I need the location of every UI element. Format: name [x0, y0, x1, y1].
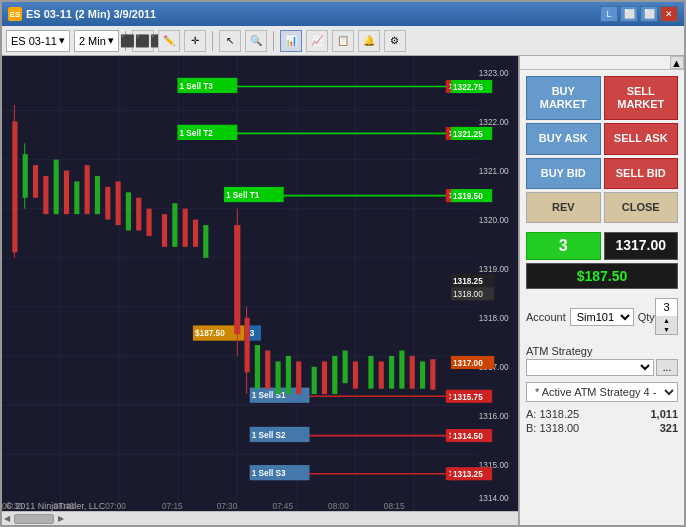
- svg-text:1320.00: 1320.00: [479, 215, 509, 225]
- sell-market-button[interactable]: SELLMARKET: [604, 76, 679, 120]
- timeframe-dropdown[interactable]: 2 Min ▾: [74, 30, 119, 52]
- svg-rect-118: [322, 361, 327, 394]
- svg-rect-122: [368, 356, 373, 389]
- indicator-button[interactable]: 📈: [306, 30, 328, 52]
- svg-text:1 Sell S3: 1 Sell S3: [252, 468, 286, 478]
- sell-bid-button[interactable]: SELL BID: [604, 158, 679, 189]
- svg-rect-94: [64, 171, 69, 215]
- svg-rect-119: [332, 356, 337, 394]
- maximize-button[interactable]: ⬜: [640, 6, 658, 22]
- timeframe-dropdown-arrow: ▾: [108, 34, 114, 47]
- chart-type-button[interactable]: 📊: [280, 30, 302, 52]
- restore-button[interactable]: ⬜: [620, 6, 638, 22]
- svg-text:1 Sell T2: 1 Sell T2: [180, 127, 214, 137]
- b-level-value: 321: [660, 422, 678, 434]
- account-row: Account Sim101 Qty 3 ▲ ▼: [526, 298, 678, 335]
- qty-down-button[interactable]: ▼: [656, 325, 677, 334]
- svg-text:1 Sell S1: 1 Sell S1: [252, 390, 286, 400]
- atm-strategy-settings-button[interactable]: ...: [656, 359, 678, 376]
- svg-text:07:30: 07:30: [217, 500, 238, 510]
- instrument-dropdown[interactable]: ES 03-11 ▾: [6, 30, 70, 52]
- template-button[interactable]: 📋: [332, 30, 354, 52]
- chart-area[interactable]: 1323.00 1322.00 1321.00 1320.00 1319.00 …: [2, 56, 519, 525]
- instrument-dropdown-arrow: ▾: [59, 34, 65, 47]
- svg-text:1 Sell T1: 1 Sell T1: [226, 190, 260, 200]
- close-position-button[interactable]: CLOSE: [604, 192, 679, 223]
- draw-tool-button[interactable]: ✏️: [158, 30, 180, 52]
- svg-rect-117: [312, 367, 317, 394]
- svg-rect-102: [146, 209, 151, 236]
- rev-button[interactable]: REV: [526, 192, 601, 223]
- position-display: 3 1317.00 $187.50: [526, 232, 678, 289]
- svg-rect-104: [172, 203, 177, 247]
- active-strategy-select[interactable]: * Active ATM Strategy 4 - 3 *: [526, 382, 678, 402]
- timeframe-label: 2 Min: [79, 35, 106, 47]
- atm-section: ATM Strategy ...: [520, 345, 684, 380]
- svg-text:1318.25: 1318.25: [453, 276, 483, 286]
- svg-text:1314.50: 1314.50: [453, 431, 483, 441]
- scroll-left-arrow[interactable]: ◀: [2, 514, 12, 523]
- crosshair-button[interactable]: ✛: [184, 30, 206, 52]
- window-title: ES 03-11 (2 Min) 3/9/2011: [26, 8, 156, 20]
- svg-rect-99: [116, 181, 121, 225]
- cursor-button[interactable]: ↖: [219, 30, 241, 52]
- minimize-button[interactable]: L: [600, 6, 618, 22]
- buy-bid-button[interactable]: BUY BID: [526, 158, 601, 189]
- svg-text:1319.50: 1319.50: [453, 191, 483, 201]
- scroll-thumb[interactable]: [14, 514, 54, 524]
- svg-rect-106: [193, 220, 198, 247]
- close-window-button[interactable]: ✕: [660, 6, 678, 22]
- svg-text:1322.75: 1322.75: [453, 82, 483, 92]
- a-level-label: A: 1318.25: [526, 408, 579, 420]
- qty-up-button[interactable]: ▲: [656, 316, 677, 325]
- panel-scrollbar[interactable]: ▲: [520, 56, 684, 70]
- svg-text:1 Sell S2: 1 Sell S2: [252, 430, 286, 440]
- b-level-label: B: 1318.00: [526, 422, 579, 434]
- svg-text:07:00: 07:00: [105, 500, 126, 510]
- svg-text:1314.00: 1314.00: [479, 493, 509, 503]
- svg-rect-120: [343, 350, 348, 383]
- chart-svg: 1323.00 1322.00 1321.00 1320.00 1319.00 …: [2, 56, 518, 525]
- a-level-row: A: 1318.25 1,011: [526, 408, 678, 420]
- svg-text:$187.50: $187.50: [195, 328, 225, 338]
- buy-market-button[interactable]: BUYMARKET: [526, 76, 601, 120]
- svg-rect-116: [296, 361, 301, 394]
- buy-ask-button[interactable]: BUY ASK: [526, 123, 601, 154]
- sell-ask-button[interactable]: SELL ASK: [604, 123, 679, 154]
- svg-text:1317.00: 1317.00: [453, 358, 483, 368]
- account-label: Account: [526, 311, 566, 323]
- scroll-right-arrow[interactable]: ▶: [56, 514, 66, 523]
- alert-button[interactable]: 🔔: [358, 30, 380, 52]
- atm-strategy-select[interactable]: [526, 359, 654, 376]
- svg-rect-105: [183, 209, 188, 247]
- position-price: 1317.00: [604, 232, 679, 260]
- svg-text:1323.00: 1323.00: [479, 67, 509, 77]
- svg-rect-126: [410, 356, 415, 389]
- qty-value: 3: [656, 299, 677, 316]
- toolbar-separator-2: [212, 31, 213, 51]
- main-content: 1323.00 1322.00 1321.00 1320.00 1319.00 …: [2, 56, 684, 525]
- svg-rect-124: [389, 356, 394, 389]
- horizontal-scrollbar[interactable]: ◀ ▶: [2, 511, 518, 525]
- a-level-value: 1,011: [650, 408, 678, 420]
- atm-strategy-label: ATM Strategy: [526, 345, 678, 357]
- position-qty: 3: [526, 232, 601, 260]
- atm-row: ...: [526, 359, 678, 376]
- toolbar-separator-3: [273, 31, 274, 51]
- zoom-button[interactable]: 🔍: [245, 30, 267, 52]
- svg-text:1319.00: 1319.00: [479, 264, 509, 274]
- window-icon: ES: [8, 7, 22, 21]
- account-select[interactable]: Sim101: [570, 308, 634, 326]
- svg-text:1316.00: 1316.00: [479, 411, 509, 421]
- title-bar-left: ES ES 03-11 (2 Min) 3/9/2011: [8, 7, 156, 21]
- bar-type-1-button[interactable]: ⬛⬛⬛: [132, 30, 154, 52]
- svg-rect-0: [2, 56, 518, 525]
- svg-rect-125: [399, 350, 404, 388]
- svg-rect-92: [43, 176, 48, 214]
- svg-text:1318.00: 1318.00: [479, 313, 509, 323]
- position-pnl: $187.50: [526, 263, 678, 289]
- settings-button[interactable]: ⚙: [384, 30, 406, 52]
- svg-text:1318.00: 1318.00: [453, 289, 483, 299]
- svg-rect-121: [353, 361, 358, 388]
- svg-rect-107: [203, 225, 208, 258]
